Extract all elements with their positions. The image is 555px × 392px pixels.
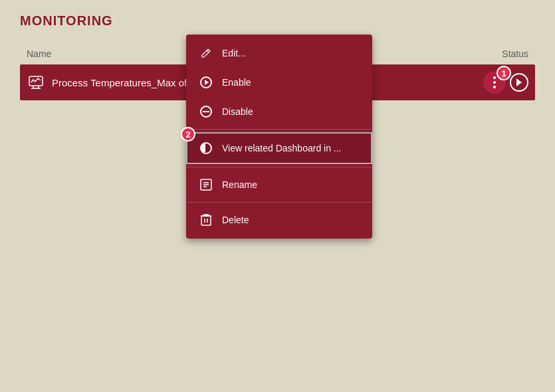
three-dots-wrapper: 1 [483,71,506,94]
menu-divider-2 [186,167,372,167]
row-actions: 1 [483,71,528,94]
status-column-header: Status [502,49,528,59]
menu-item-edit[interactable]: Edit... [186,39,372,68]
badge-2: 2 [181,127,195,142]
pencil-icon [199,47,213,60]
menu-item-delete[interactable]: Delete [186,205,372,235]
row-icon [27,75,45,90]
dots-icon [493,76,496,88]
badge-1: 1 [497,66,511,80]
menu-divider-1 [186,129,372,130]
view-related-wrapper: View related Dashboard in ... 2 [186,132,372,164]
play-circle-icon [199,76,213,89]
menu-item-rename[interactable]: Rename [186,170,372,199]
svg-rect-9 [201,216,211,225]
dropdown-menu: Edit... Enable Disable View related Dash… [186,35,372,239]
play-button[interactable] [510,73,528,92]
delete-label: Delete [222,215,249,225]
half-circle-icon [199,142,213,155]
edit-label: Edit... [222,48,246,58]
play-icon [515,78,523,87]
rename-label: Rename [222,179,257,190]
name-column-header: Name [27,49,51,59]
view-related-label: View related Dashboard in ... [222,143,342,153]
no-entry-icon [199,105,213,118]
delete-icon [199,213,213,227]
page-title: MONITORING [20,13,535,29]
menu-item-view-related[interactable]: View related Dashboard in ... [186,132,372,164]
menu-divider-3 [186,202,372,203]
main-content: MONITORING Name Status Process Temperatu… [0,0,555,114]
enable-label: Enable [222,77,251,88]
rename-icon [199,178,213,191]
disable-label: Disable [222,106,253,117]
monitor-icon [29,76,43,89]
svg-line-4 [207,50,209,52]
menu-item-enable[interactable]: Enable [186,68,372,97]
menu-item-disable[interactable]: Disable [186,97,372,126]
